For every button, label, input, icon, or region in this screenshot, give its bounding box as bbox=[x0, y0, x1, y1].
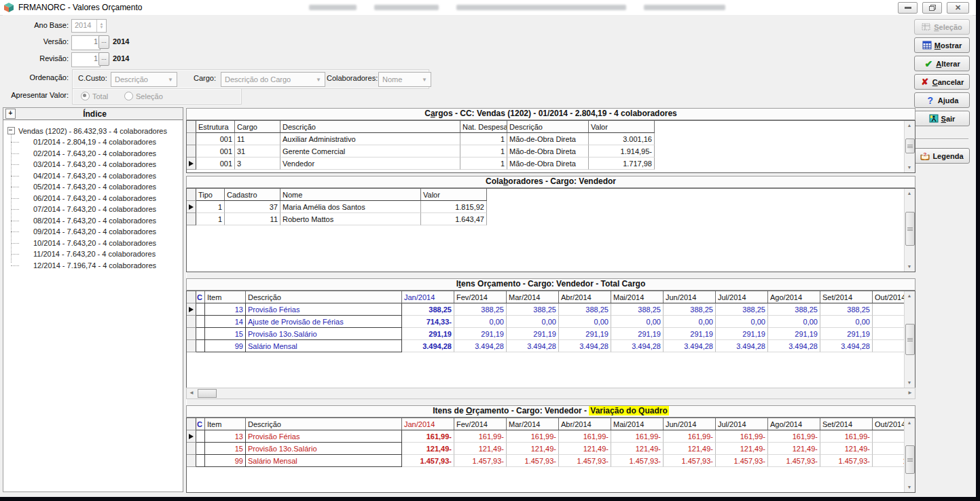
redacted-text bbox=[309, 5, 725, 10]
table-row[interactable]: 99Salário Mensal1.457,93-1.457,93-1.457,… bbox=[187, 455, 905, 467]
ano-base-spinner[interactable]: 2014 ▲▼ bbox=[71, 19, 107, 33]
scroll-left-icon[interactable]: ◄ bbox=[187, 388, 196, 397]
indice-panel: + Índice Vendas (1202) - 86.432,93 - 4 c… bbox=[3, 107, 183, 492]
tree-item[interactable]: 03/2014 - 7.643,20 - 4 colaboradores bbox=[33, 159, 183, 170]
radio-total[interactable]: Total bbox=[81, 92, 108, 100]
selecao-button[interactable]: Seleção bbox=[914, 19, 970, 35]
table-row[interactable]: 99Salário Mensal3.494,283.494,283.494,28… bbox=[187, 340, 905, 352]
row-selector-icon bbox=[189, 307, 194, 312]
tree-item[interactable]: 04/2014 - 7.643,20 - 4 colaboradores bbox=[33, 170, 183, 182]
scroll-right-icon[interactable]: ► bbox=[905, 388, 915, 397]
scroll-down-icon[interactable]: ▼ bbox=[905, 262, 914, 272]
table-row[interactable]: 00111Auxiliar Administrativo1Mão-de-Obra… bbox=[187, 133, 655, 145]
scrollbar-thumb[interactable] bbox=[905, 138, 915, 153]
row-selector-icon bbox=[189, 204, 194, 210]
tree-item[interactable]: 09/2014 - 7.643,20 - 4 colaboradores bbox=[33, 226, 183, 238]
cargos-title: Cargos - CC: Vendas (1202) - 01/2014 - 2… bbox=[186, 108, 915, 120]
itens-total-horizontal-scrollbar[interactable]: ◄ ► bbox=[186, 388, 915, 399]
minimize-icon bbox=[905, 7, 911, 9]
cargos-grid: EstruturaCargoDescrição Nat. DespesaDesc… bbox=[186, 120, 915, 173]
scrollbar-thumb[interactable] bbox=[198, 389, 217, 398]
versao-year: 2014 bbox=[113, 37, 129, 45]
x-cancel-icon: ✘ bbox=[920, 77, 930, 86]
tree-root-node[interactable]: Vendas (1202) - 86.432,93 - 4 colaborado… bbox=[7, 126, 183, 136]
scroll-down-icon[interactable]: ▼ bbox=[905, 483, 914, 492]
table-row[interactable]: 14Ajuste de Provisão de Férias714,33-0,0… bbox=[187, 316, 905, 328]
tree-item[interactable]: 02/2014 - 7.643,20 - 4 colaboradores bbox=[33, 148, 183, 160]
itens-variacao-vertical-scrollbar[interactable]: ▲ ▼ bbox=[904, 418, 915, 492]
close-button[interactable]: ✕ bbox=[947, 2, 969, 14]
scroll-up-icon[interactable]: ▲ bbox=[905, 189, 914, 198]
tree-item[interactable]: 06/2014 - 7.643,20 - 4 colaboradores bbox=[33, 193, 183, 204]
tree-item[interactable]: 08/2014 - 7.643,20 - 4 colaboradores bbox=[33, 215, 183, 227]
radio-selected-icon bbox=[81, 92, 90, 100]
versao-browse-button[interactable]: ... bbox=[98, 35, 109, 49]
apresentar-valor-group: Total Seleção bbox=[72, 88, 242, 105]
revisao-browse-button[interactable]: ... bbox=[98, 52, 109, 66]
indice-tree: Vendas (1202) - 86.432,93 - 4 colaborado… bbox=[3, 120, 183, 491]
indice-header: + Índice bbox=[3, 108, 183, 120]
minimize-button[interactable] bbox=[898, 2, 918, 14]
colaboradores-title: Colaboradores - Cargo: Vendedor bbox=[186, 176, 915, 188]
highlighted-title-text: Variação do Quadro bbox=[589, 406, 668, 415]
scroll-up-icon[interactable]: ▲ bbox=[905, 291, 914, 301]
revisao-label: Revisão: bbox=[3, 54, 69, 62]
sair-button[interactable]: Sair bbox=[914, 111, 970, 126]
tree-item[interactable]: 05/2014 - 7.643,20 - 4 colaboradores bbox=[33, 181, 183, 193]
chevron-down-icon: ▼ bbox=[168, 77, 173, 83]
selection-grid-icon bbox=[922, 22, 931, 31]
revisao-input[interactable]: 1 bbox=[71, 52, 101, 67]
table-row[interactable]: 111Roberto Mattos1.643,47 bbox=[187, 213, 487, 225]
tree-item[interactable]: 11/2014 - 7.643,20 - 4 colaboradores bbox=[33, 248, 183, 260]
tree-item[interactable]: 12/2014 - 7.196,74 - 4 colaboradores bbox=[33, 260, 183, 272]
cargo-label: Cargo: bbox=[194, 74, 216, 82]
spinner-arrows-icon[interactable]: ▲▼ bbox=[96, 20, 106, 32]
tree-item[interactable]: 07/2014 - 7.643,20 - 4 colaboradores bbox=[33, 204, 183, 215]
legenda-button[interactable]: ? Legenda bbox=[914, 148, 970, 164]
restore-icon bbox=[929, 5, 935, 10]
table-row[interactable]: 00131Gerente Comercial1Mão-de-Obra Diret… bbox=[187, 145, 655, 157]
ano-base-label: Ano Base: bbox=[3, 21, 69, 29]
colaboradores-vertical-scrollbar[interactable]: ▲ ▼ bbox=[904, 189, 915, 272]
ajuda-button[interactable]: ? Ajuda bbox=[914, 92, 970, 108]
expand-all-button[interactable]: + bbox=[5, 109, 16, 119]
table-row[interactable]: 13Provisão Férias161,99-161,99-161,99-16… bbox=[187, 430, 905, 443]
scroll-up-icon[interactable]: ▲ bbox=[905, 418, 914, 428]
cancelar-button[interactable]: ✘ Cancelar bbox=[914, 74, 970, 90]
button-separator bbox=[915, 138, 968, 140]
row-selector-icon bbox=[189, 161, 194, 166]
ccusto-combobox[interactable]: Descrição ▼ bbox=[111, 72, 177, 87]
tree-item[interactable]: 01/2014 - 2.804,19 - 4 colaboradores bbox=[33, 136, 183, 148]
scroll-up-icon[interactable]: ▲ bbox=[905, 121, 914, 130]
colaboradores-combobox[interactable]: Nome ▼ bbox=[378, 72, 431, 87]
scroll-down-icon[interactable]: ▼ bbox=[905, 163, 914, 172]
ordenacao-label: Ordenação: bbox=[3, 73, 69, 81]
table-row[interactable]: 15Provisão 13o.Salário121,49-121,49-121,… bbox=[187, 443, 905, 455]
scrollbar-thumb[interactable] bbox=[905, 324, 915, 355]
table-row[interactable]: 13Provisão Férias388,25388,25388,25388,2… bbox=[187, 303, 905, 316]
cargos-vertical-scrollbar[interactable]: ▲ ▼ bbox=[904, 121, 915, 172]
table-row[interactable]: 137Maria Amélia dos Santos1.815,92 bbox=[187, 201, 487, 213]
mostrar-button[interactable]: Mostrar bbox=[914, 37, 970, 53]
tree-item[interactable]: 10/2014 - 7.643,20 - 4 colaboradores bbox=[33, 238, 183, 249]
exit-door-icon bbox=[929, 114, 939, 123]
application-window: FRMANORC - Valores Orçamento ✕ Ano Base:… bbox=[0, 0, 976, 497]
cargo-combobox[interactable]: Descrição do Cargo ▼ bbox=[221, 72, 325, 87]
svg-text:?: ? bbox=[924, 151, 927, 157]
scrollbar-thumb[interactable] bbox=[905, 445, 915, 474]
table-row[interactable]: 15Provisão 13o.Salário291,19291,19291,19… bbox=[187, 328, 905, 340]
alterar-button[interactable]: ✔ Alterar bbox=[914, 56, 970, 71]
chevron-down-icon: ▼ bbox=[422, 77, 427, 83]
itens-total-vertical-scrollbar[interactable]: ▲ ▼ bbox=[904, 291, 915, 388]
ordenacao-group: C.Custo: Descrição ▼ Cargo: Descrição do… bbox=[72, 69, 429, 89]
scrollbar-thumb[interactable] bbox=[905, 212, 915, 246]
row-selector-icon bbox=[189, 434, 194, 439]
indice-title: Índice bbox=[18, 109, 172, 119]
legend-book-icon: ? bbox=[920, 151, 930, 160]
restore-button[interactable] bbox=[922, 2, 942, 14]
scroll-down-icon[interactable]: ▼ bbox=[905, 378, 914, 388]
radio-selecao[interactable]: Seleção bbox=[124, 92, 163, 100]
window-title: FRMANORC - Valores Orçamento bbox=[18, 3, 142, 12]
versao-input[interactable]: 1 bbox=[71, 35, 101, 50]
table-row[interactable]: 0013Vendedor1Mão-de-Obra Direta1.717,98 bbox=[187, 157, 655, 170]
